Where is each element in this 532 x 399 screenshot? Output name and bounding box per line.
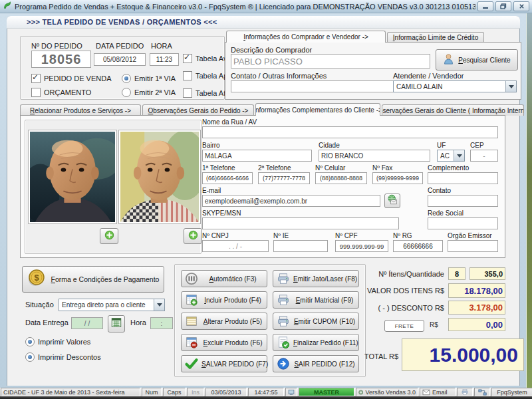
status-insert: Ins [187, 388, 204, 396]
status-email-text: Email [432, 389, 448, 396]
forma-pagamento-button[interactable]: $ Forma e Condições de Pagamento [22, 266, 164, 293]
rede-social-field[interactable] [428, 217, 498, 229]
atendente-label: Atendente / Vendedor [393, 72, 464, 80]
atendente-combo[interactable]: CAMILO ALAIN [393, 80, 517, 92]
order-time-label: HORA [151, 42, 172, 50]
pesquisar-cliente-button[interactable]: Pesquisar Cliente [436, 49, 518, 70]
hora-entrega-field[interactable]: : [150, 317, 173, 329]
sair-pedido-button[interactable]: SAIR PEDIDO (F12) [273, 355, 359, 372]
cep-field[interactable]: - [470, 150, 498, 162]
finalizar-pedido-button[interactable]: Finalizar Pedido (F11) [273, 334, 359, 351]
status-version-text: Versão Vendas 3.0 [365, 389, 416, 396]
autodial-icon [184, 272, 199, 285]
minimize-button[interactable] [477, 1, 493, 11]
cnpj-field[interactable]: . . / - [202, 240, 269, 252]
emitir-jato-laser-button[interactable]: Emitir Jato/Laser (F8) [273, 270, 359, 287]
status-email-button[interactable]: Email [420, 388, 456, 396]
ie-field[interactable] [273, 240, 328, 252]
contato-field[interactable] [428, 195, 498, 207]
chevron-down-icon[interactable] [454, 150, 464, 161]
cidade-field[interactable]: RIO BRANCO [319, 150, 430, 162]
status-printer-icon[interactable] [457, 388, 473, 396]
tab-observacoes-cliente[interactable]: Observações Gerais do Cliente ( Informaç… [382, 104, 524, 116]
document-check-icon [276, 336, 291, 349]
tab-observacoes-pedido[interactable]: Observações Gerais do Pedido -> [142, 104, 254, 116]
frete-button[interactable]: FRETE [384, 320, 424, 332]
order-time-field[interactable]: 11:23 [150, 53, 179, 66]
complemento-field[interactable] [428, 172, 498, 184]
status-network-icon[interactable] [474, 388, 490, 396]
complemento-label: Complemento [428, 164, 469, 172]
uf-label: UF [437, 142, 446, 149]
tab-comprador-vendedor[interactable]: Informações do Comprador e Vendedor -> [226, 31, 386, 43]
incluir-produto-button[interactable]: Incluir Produto (F4) [181, 291, 267, 309]
descricao-comprador-field[interactable]: PABLO PICASSO [231, 54, 430, 68]
alterar-produto-button[interactable]: Alterar Produto (F5) [181, 313, 267, 330]
photo2-add-button[interactable] [184, 228, 202, 244]
send-email-button[interactable] [384, 194, 400, 208]
order-number-field[interactable]: 18056 [31, 51, 91, 68]
pedido-de-venda-checkbox[interactable]: PEDIDO DE VENDA [31, 74, 111, 83]
button-label: Finalizar Pedido [293, 339, 341, 346]
radio-dot [25, 337, 35, 346]
automatico-button[interactable]: Automático (F3) [181, 270, 267, 287]
radio-label: Emitir 1ª VIA [134, 74, 176, 82]
window-title: Programa Pedido de Vendas + Estoque & Fi… [15, 3, 475, 11]
salvar-pedido-button[interactable]: SALVAR PEDIDO (F7) [181, 355, 267, 372]
chevron-down-icon[interactable] [505, 81, 516, 92]
bairro-field[interactable]: MáLAGA [202, 150, 312, 162]
combo-value: CAMILO ALAIN [394, 83, 505, 90]
maximize-button[interactable] [495, 1, 511, 11]
close-button[interactable] [513, 1, 529, 11]
tel1-field[interactable]: (66)66666-6666 [202, 172, 253, 184]
data-entrega-field[interactable]: / / [71, 317, 103, 329]
tab-limite-credito[interactable]: Informação Limite de Crédito [387, 32, 484, 43]
cpf-field[interactable]: 999.999.999-99 [335, 240, 388, 252]
uf-combo[interactable]: AC [437, 150, 465, 162]
checkbox-box [183, 71, 192, 80]
plus-icon [188, 230, 198, 243]
tel2-field[interactable]: (77)77777-7778 [258, 172, 310, 184]
order-date-field[interactable]: 05/08/2012 [94, 53, 146, 66]
desconto-label: ( - ) DESCONTO R$ [359, 304, 444, 312]
tab-relacionar-produtos[interactable]: Relacionar Produtos e Serviços -> [20, 104, 141, 116]
total-label: TOTAL R$ [364, 352, 398, 360]
emitir-cupom-button[interactable]: Emitir CUPOM (F10) [273, 313, 359, 330]
orcamento-checkbox[interactable]: ORÇAMENTO [31, 88, 91, 97]
status-user-badge: MASTER [299, 388, 354, 396]
hora-entrega-label: Hora [130, 319, 146, 327]
skype-field[interactable] [202, 217, 399, 229]
descricao-comprador-label: Descrição do Comprador [231, 46, 312, 54]
button-fkey: (F8) [345, 275, 357, 283]
orgao-emissor-field[interactable] [448, 240, 498, 252]
emitir-matricial-button[interactable]: Emitir Matricial (F9) [273, 291, 359, 309]
situacao-label: Situação [25, 301, 54, 309]
fax-field[interactable]: (99)99999-9999 [372, 172, 423, 184]
button-fkey: (F5) [250, 318, 262, 325]
contato-label: Contato [428, 187, 451, 194]
celular-label: Nº Celular [315, 164, 345, 172]
taskbar-edge [0, 396, 532, 399]
printer-icon [276, 315, 291, 328]
photo1-add-button[interactable] [100, 228, 118, 244]
emitir-2via-radio[interactable]: Emitir 2ª VIA [122, 88, 176, 97]
email-field[interactable]: exemplodeemail@exemplo.com.br [202, 195, 380, 207]
contato-outras-label: Contato / Outras Informações [231, 72, 327, 80]
imprimir-descontos-radio[interactable]: Imprimir Descontos [25, 352, 101, 362]
combo-value: AC [438, 152, 454, 160]
order-number-label: Nº DO PEDIDO [31, 42, 82, 50]
chevron-down-icon[interactable] [154, 299, 164, 311]
tab-informacoes-complementares[interactable]: Informações Complementares do Cliente -> [255, 103, 380, 116]
imprimir-valores-radio[interactable]: Imprimir Valores [25, 337, 90, 346]
coin-icon: $ [27, 269, 46, 290]
button-fkey: (F9) [341, 297, 353, 304]
rg-field[interactable]: 66666666 [393, 240, 443, 252]
tab-label: Relacionar Produtos e Serviços -> [30, 107, 131, 114]
excluir-produto-button[interactable]: Excluir Produto (F6) [181, 334, 267, 351]
celular-field[interactable]: (88)88888-8888 [315, 172, 367, 184]
calendar-button[interactable] [108, 315, 125, 332]
emitir-1via-radio[interactable]: Emitir 1ª VIA [122, 74, 176, 83]
calendar-icon [110, 317, 122, 331]
situacao-combo[interactable]: Entrega direto para o cliente [59, 299, 165, 311]
rua-field[interactable] [202, 126, 498, 138]
